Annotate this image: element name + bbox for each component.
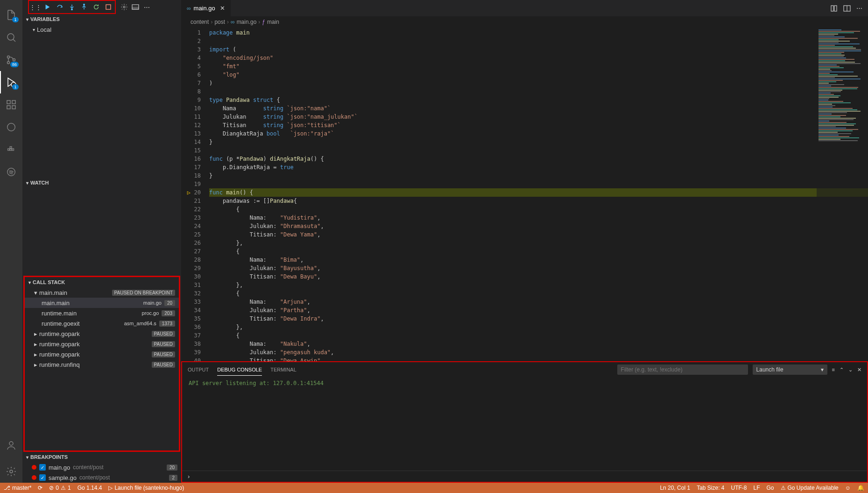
go-file-icon: ∞ [187,5,191,12]
checkbox-icon[interactable]: ✓ [39,464,46,471]
clear-console-icon[interactable]: ≡ [832,367,835,372]
close-icon[interactable]: ✕ [220,5,225,12]
svg-rect-23 [831,6,833,11]
svg-point-16 [10,470,13,473]
bottom-panel: OUTPUT DEBUG CONSOLE TERMINAL Launch fil… [181,361,868,483]
cursor-position[interactable]: Ln 20, Col 1 [660,485,690,491]
variables-scope-local[interactable]: ▾Local [22,24,181,35]
breakpoint-dot-icon [32,475,36,480]
callstack-thread[interactable]: ▾main.main PAUSED ON BREAKPOINT [25,287,179,298]
language-status[interactable]: Go [767,485,774,491]
svg-rect-13 [12,149,14,150]
notifications-icon[interactable]: 🔔 [857,485,864,491]
problems-status[interactable]: ⊘0 ⚠1 [49,485,71,491]
debug-target-status[interactable]: ▷Launch file (santekno-hugo) [108,485,184,491]
source-control-icon[interactable]: 86 [0,49,22,71]
breakpoints-section-header[interactable]: ▾BREAKPOINTS [22,452,181,462]
search-icon[interactable] [0,26,22,49]
step-out-button[interactable] [78,2,90,12]
run-debug-icon[interactable]: 1 [0,71,22,93]
callstack-section-header[interactable]: ▾CALL STACK [25,277,179,287]
docker-icon[interactable] [0,138,22,161]
continue-button[interactable] [42,2,53,12]
split-editor-icon[interactable] [843,5,851,12]
warning-icon: ⚠ [781,485,786,491]
svg-rect-24 [834,6,837,11]
warning-icon: ⚠ [61,485,66,491]
restart-button[interactable] [91,2,102,12]
debug-icon: ▷ [108,485,113,491]
svg-rect-5 [7,100,10,104]
compare-icon[interactable] [830,5,838,12]
tab-main-go[interactable]: ∞ main.go ✕ [181,0,231,16]
editor-tabs: ∞ main.go ✕ ⋯ [181,0,868,16]
remote-icon[interactable] [0,116,22,138]
svg-rect-11 [10,149,12,150]
svg-rect-19 [106,5,111,9]
callstack-frame[interactable]: runtime.mainproc.go203 [25,308,179,318]
terminal-tab[interactable]: TERMINAL [270,364,296,375]
feedback-icon[interactable]: ☺ [845,485,851,491]
settings-gear-icon[interactable] [0,460,22,483]
svg-point-0 [7,34,14,40]
breakpoint-row[interactable]: ✓sample.gocontent/post2 [22,472,181,483]
launch-config-select[interactable]: Launch file▾ [753,364,827,375]
spotify-icon[interactable] [0,161,22,183]
output-tab[interactable]: OUTPUT [188,364,209,375]
more-actions-icon[interactable]: ⋯ [144,4,150,11]
step-over-button[interactable] [54,2,65,12]
svg-rect-12 [10,147,12,149]
explorer-badge: 1 [12,17,19,22]
step-into-button[interactable] [66,2,78,12]
checkbox-icon[interactable]: ✓ [39,474,46,481]
explorer-icon[interactable]: 1 [0,4,22,26]
callstack-thread-paused[interactable]: ▸runtime.goparkPAUSED [25,339,179,349]
more-icon[interactable]: ⋯ [856,5,862,12]
scm-badge: 86 [10,62,19,67]
svg-point-20 [123,6,125,8]
filter-input[interactable] [617,364,748,375]
svg-rect-8 [12,106,15,109]
error-icon: ⊘ [49,485,54,491]
svg-rect-22 [132,7,139,9]
maximize-panel-icon[interactable]: ⌄ [848,367,853,373]
go-version-status[interactable]: Go 1.14.4 [78,485,102,491]
collapse-icon[interactable]: ⌃ [840,367,844,373]
svg-point-18 [84,4,85,5]
encoding-status[interactable]: UTF-8 [731,485,747,491]
branch-status[interactable]: ⎇master* [4,485,31,491]
tab-label: main.go [194,5,215,12]
breakpoint-row[interactable]: ✓main.gocontent/post20 [22,462,181,472]
callstack-thread-paused[interactable]: ▸runtime.runfinqPAUSED [25,359,179,370]
watch-section-header[interactable]: ▾WATCH [22,178,181,188]
extensions-icon[interactable] [0,93,22,116]
tab-size-status[interactable]: Tab Size: 4 [697,485,724,491]
svg-point-15 [9,442,13,445]
svg-rect-7 [7,106,10,109]
close-panel-icon[interactable]: ✕ [857,367,861,373]
status-bar: ⎇master* ⟳ ⊘0 ⚠1 Go 1.14.4 ▷Launch file … [0,483,868,493]
debug-repl-input[interactable]: › [182,471,867,482]
sync-status[interactable]: ⟳ [38,485,42,491]
callstack-thread-paused[interactable]: ▸runtime.goparkPAUSED [25,329,179,339]
debug-console-tab[interactable]: DEBUG CONSOLE [217,364,262,376]
callstack-section: ▾CALL STACK ▾main.main PAUSED ON BREAKPO… [23,276,180,452]
callstack-thread-paused[interactable]: ▸runtime.goparkPAUSED [25,349,179,359]
debug-settings-icon[interactable] [119,2,130,12]
callstack-frame[interactable]: main.mainmain.go20 [25,298,179,308]
drag-handle-icon[interactable]: ⋮⋮ [30,2,41,12]
debug-console-toggle-icon[interactable] [130,2,141,12]
breadcrumbs[interactable]: content› post› ∞ main.go› ƒ main [181,16,868,28]
variables-section-header[interactable]: ▾VARIABLES [22,14,181,24]
git-branch-icon: ⎇ [4,485,10,491]
sync-icon: ⟳ [38,485,42,491]
eol-status[interactable]: LF [754,485,760,491]
stop-button[interactable] [103,2,114,12]
code-editor[interactable]: 12345678910111213141516171819▷2021222324… [181,28,868,361]
callstack-frame[interactable]: runtime.goexitasm_amd64.s1373 [25,318,179,329]
minimap[interactable] [817,28,868,361]
go-update-status[interactable]: ⚠Go Update Available [781,485,839,491]
accounts-icon[interactable] [0,434,22,457]
breakpoint-dot-icon [32,465,36,470]
debug-badge: 1 [12,84,19,90]
